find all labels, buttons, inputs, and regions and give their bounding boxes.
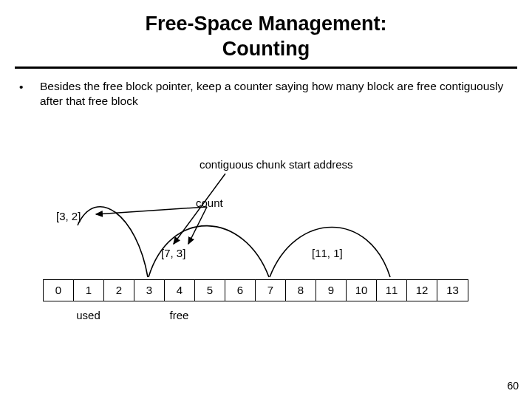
block-cell: 3 (134, 280, 165, 301)
slide: Free-Space Management: Counting • Beside… (0, 0, 532, 399)
block-cell: 8 (286, 280, 316, 301)
pair-node-2: [7, 3] (161, 247, 185, 259)
title-line-2: Counting (222, 38, 310, 60)
diagram: contiguous chunk start address count [3,… (0, 140, 532, 332)
bullet-item: • Besides the free block pointer, keep a… (19, 79, 513, 109)
block-cell: 13 (437, 280, 468, 301)
block-cell: 2 (104, 280, 134, 301)
label-chunk-start: contiguous chunk start address (200, 158, 353, 171)
block-cell: 11 (377, 280, 407, 301)
block-legend: used free (43, 309, 225, 321)
label-count: count (196, 197, 223, 209)
title-line-1: Free-Space Management: (145, 13, 386, 35)
page-number: 60 (507, 380, 519, 392)
block-cell: 10 (347, 280, 377, 301)
title-rule (15, 66, 517, 69)
block-cell: 4 (165, 280, 195, 301)
slide-title: Free-Space Management: Counting (15, 12, 517, 62)
block-cell: 1 (74, 280, 104, 301)
bullet-marker: • (19, 79, 40, 95)
svg-line-2 (188, 207, 207, 244)
pair-node-1: [3, 2] (56, 210, 81, 222)
legend-free: free (134, 309, 225, 321)
svg-line-1 (96, 207, 207, 214)
pair-node-3: [11, 1] (312, 247, 343, 259)
block-cell: 6 (225, 280, 256, 301)
block-cell: 7 (256, 280, 286, 301)
block-cell: 5 (195, 280, 225, 301)
block-cell: 12 (407, 280, 437, 301)
block-cell: 0 (44, 280, 74, 301)
legend-used: used (43, 309, 134, 321)
block-cell: 9 (316, 280, 347, 301)
bullet-text: Besides the free block pointer, keep a c… (40, 79, 513, 109)
block-row: 0 1 2 3 4 5 6 7 8 9 10 11 12 13 (43, 279, 468, 301)
